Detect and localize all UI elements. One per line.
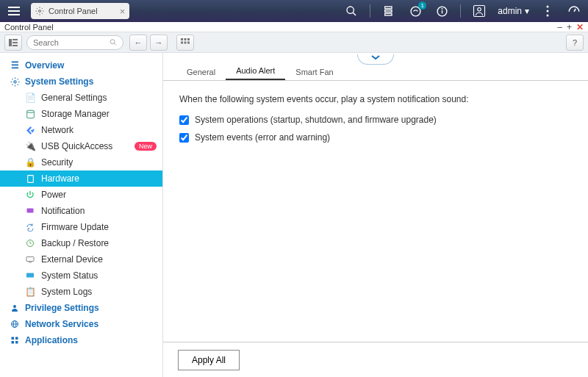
sidebar-applications[interactable]: Applications: [0, 332, 162, 348]
doc-icon: 📄: [24, 93, 37, 103]
sidebar-item-backup[interactable]: Backup / Restore: [0, 235, 162, 251]
svg-rect-22: [181, 38, 183, 40]
person-icon: [9, 304, 21, 312]
sidebar-item-usb[interactable]: 🔌USB QuickAccessNew: [0, 138, 162, 154]
checkbox-operations[interactable]: [179, 115, 189, 125]
svg-rect-19: [12, 45, 18, 46]
app-tab[interactable]: Control Panel ×: [31, 3, 129, 19]
svg-rect-42: [12, 341, 15, 344]
content-panel: General Audio Alert Smart Fan When the f…: [163, 53, 588, 377]
checkbox-events[interactable]: [179, 133, 189, 143]
svg-rect-33: [26, 257, 34, 262]
backup-icon: [24, 239, 37, 248]
svg-rect-31: [27, 209, 34, 213]
sidebar-item-power[interactable]: Power: [0, 187, 162, 203]
tab-smart-fan[interactable]: Smart Fan: [285, 63, 343, 80]
info-icon[interactable]: [434, 3, 450, 19]
search-icon[interactable]: [343, 3, 359, 19]
svg-rect-17: [12, 39, 18, 40]
svg-rect-30: [27, 175, 33, 182]
sidebar-item-security[interactable]: 🔒Security: [0, 154, 162, 170]
new-badge: New: [135, 142, 157, 151]
sidebar-system-settings[interactable]: System Settings: [0, 73, 162, 90]
svg-point-36: [13, 305, 16, 308]
svg-line-21: [114, 43, 116, 46]
sidebar-item-hardware[interactable]: Hardware: [0, 170, 162, 187]
monitor-icon: [24, 272, 37, 279]
sidebar-item-network[interactable]: Network: [0, 122, 162, 138]
dashboard-icon[interactable]: [566, 3, 582, 19]
expand-handle[interactable]: [357, 54, 394, 65]
logs-icon: 📋: [24, 287, 37, 297]
toolbar: ← → ?: [0, 32, 588, 53]
svg-rect-23: [184, 38, 187, 40]
search-input[interactable]: [33, 38, 110, 47]
svg-rect-41: [15, 337, 18, 340]
tab-general[interactable]: General: [176, 63, 226, 80]
top-bar: Control Panel × 1 admin ▾: [0, 0, 588, 22]
sidebar-overview[interactable]: ☰ Overview: [0, 57, 162, 73]
more-icon[interactable]: [539, 3, 556, 19]
lock-icon: 🔒: [24, 157, 37, 168]
sidebar-item-general[interactable]: 📄General Settings: [0, 90, 162, 106]
gear-icon: [9, 77, 21, 87]
help-button[interactable]: ?: [566, 35, 584, 51]
notification-icon[interactable]: 1: [407, 3, 423, 19]
apply-all-button[interactable]: Apply All: [178, 350, 240, 370]
bell-icon: [24, 207, 37, 215]
menu-button[interactable]: [0, 0, 28, 22]
sidebar-item-storage[interactable]: Storage Manager: [0, 106, 162, 122]
footer: Apply All: [163, 342, 588, 377]
forward-button[interactable]: →: [150, 35, 168, 51]
grid-view-button[interactable]: [176, 35, 194, 51]
svg-rect-18: [12, 42, 18, 43]
notification-badge: 1: [418, 1, 426, 10]
svg-rect-27: [187, 41, 190, 43]
svg-rect-16: [9, 39, 12, 46]
window-titlebar: Control Panel – + ✕: [0, 22, 588, 32]
power-icon: [24, 190, 37, 199]
close-tab-icon[interactable]: ×: [120, 6, 126, 17]
svg-point-12: [547, 6, 549, 8]
svg-rect-40: [12, 337, 15, 340]
svg-line-15: [574, 9, 576, 12]
sidebar-item-notification[interactable]: Notification: [0, 203, 162, 219]
sidebar-item-logs[interactable]: 📋System Logs: [0, 284, 162, 300]
sidebar-network-services[interactable]: Network Services: [0, 316, 162, 332]
view-toggle-button[interactable]: [4, 35, 22, 51]
sidebar-item-status[interactable]: System Status: [0, 268, 162, 284]
svg-point-28: [13, 80, 15, 82]
option-system-events[interactable]: System events (error and warning): [179, 132, 572, 143]
content-body: When the following system events occur, …: [163, 81, 588, 163]
search-box[interactable]: [26, 35, 123, 50]
tab-label: Control Panel: [49, 7, 98, 15]
svg-line-2: [353, 12, 356, 15]
search-glass-icon: [110, 38, 117, 46]
svg-rect-24: [187, 38, 190, 40]
sidebar: ☰ Overview System Settings 📄General Sett…: [0, 53, 163, 377]
maximize-button[interactable]: +: [567, 22, 572, 32]
list-icon: ☰: [9, 60, 21, 71]
svg-rect-4: [385, 10, 392, 12]
back-button[interactable]: ←: [129, 35, 147, 51]
svg-rect-3: [385, 7, 392, 9]
chevron-down-icon: ▾: [525, 6, 529, 16]
svg-rect-35: [26, 273, 34, 278]
svg-point-11: [478, 8, 481, 12]
apps-icon: [9, 336, 21, 345]
minimize-button[interactable]: –: [557, 22, 562, 32]
close-button[interactable]: ✕: [576, 22, 584, 32]
tasks-icon[interactable]: [381, 3, 397, 19]
sidebar-privilege[interactable]: Privilege Settings: [0, 300, 162, 316]
option-system-operations[interactable]: System operations (startup, shutdown, an…: [179, 115, 572, 125]
storage-icon: [24, 109, 37, 119]
sidebar-item-external[interactable]: External Device: [0, 251, 162, 268]
hardware-icon: [24, 174, 37, 184]
sidebar-item-firmware[interactable]: Firmware Update: [0, 219, 162, 235]
svg-rect-43: [15, 341, 18, 344]
user-menu[interactable]: admin ▾: [498, 6, 529, 16]
user-icon[interactable]: [471, 3, 487, 19]
svg-rect-26: [184, 41, 187, 43]
tab-audio-alert[interactable]: Audio Alert: [226, 62, 285, 80]
svg-point-13: [547, 10, 549, 12]
